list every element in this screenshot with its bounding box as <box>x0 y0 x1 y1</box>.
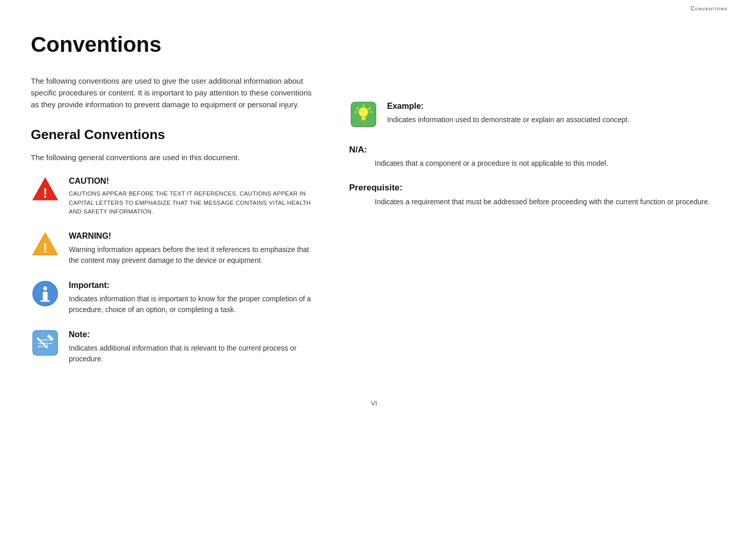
svg-text:!: ! <box>43 185 48 201</box>
example-body: Example: Indicates information used to d… <box>387 100 717 125</box>
warning-label: WARNING! <box>69 230 318 242</box>
warning-body: WARNING! Warning information appears bef… <box>69 230 318 266</box>
note-icon <box>31 329 60 357</box>
svg-rect-7 <box>41 300 50 302</box>
warning-icon: ! <box>31 230 60 259</box>
caution-body: CAUTION! CAUTIONS APPEAR BEFORE THE TEXT… <box>69 175 318 217</box>
warning-item: ! WARNING! Warning information appears b… <box>31 230 318 266</box>
general-conventions-title: General Conventions <box>31 125 318 145</box>
note-item: Note: Indicates additional information t… <box>31 329 318 364</box>
right-column: Example: Indicates information used to d… <box>349 28 717 378</box>
important-body: Important: Indicates information that is… <box>69 279 318 315</box>
important-label: Important: <box>69 279 318 292</box>
prereq-section: Prerequisite: Indicates a requirement th… <box>349 181 717 207</box>
svg-text:!: ! <box>43 240 48 256</box>
caution-desc: CAUTIONS APPEAR BEFORE THE TEXT IT REFER… <box>69 189 318 217</box>
example-desc: Indicates information used to demonstrat… <box>387 114 717 125</box>
na-section: N/A: Indicates that a component or a pro… <box>349 143 717 169</box>
example-label: Example: <box>387 100 717 112</box>
example-item: Example: Indicates information used to d… <box>349 100 717 129</box>
page-content: Conventions The following conventions ar… <box>0 13 748 399</box>
important-desc: Indicates information that is important … <box>69 294 318 315</box>
intro-text: The following conventions are used to gi… <box>31 75 318 111</box>
example-icon <box>349 100 378 129</box>
svg-rect-19 <box>361 119 365 120</box>
page-title: Conventions <box>31 28 318 61</box>
note-body: Note: Indicates additional information t… <box>69 329 318 364</box>
footer-page-number: VI <box>371 399 377 407</box>
caution-icon: ! <box>31 175 60 204</box>
important-item: Important: Indicates information that is… <box>31 279 318 315</box>
prereq-desc: Indicates a requirement that must be add… <box>349 197 717 207</box>
page-header: Conventions <box>0 0 748 13</box>
warning-desc: Warning information appears before the t… <box>69 244 318 266</box>
important-icon <box>31 279 60 308</box>
svg-rect-18 <box>361 117 366 119</box>
left-column: Conventions The following conventions ar… <box>31 28 318 378</box>
caution-item: ! CAUTION! CAUTIONS APPEAR BEFORE THE TE… <box>31 175 318 217</box>
general-conventions-desc: The following general conventions are us… <box>31 152 318 164</box>
page-footer: VI <box>0 398 748 417</box>
note-label: Note: <box>69 329 318 341</box>
header-text: Conventions <box>691 5 727 11</box>
na-label: N/A: <box>349 143 717 157</box>
svg-point-17 <box>359 107 369 117</box>
svg-rect-6 <box>43 292 47 300</box>
na-desc: Indicates that a component or a procedur… <box>349 158 717 169</box>
caution-label: CAUTION! <box>69 175 318 187</box>
note-desc: Indicates additional information that is… <box>69 343 318 364</box>
prereq-label: Prerequisite: <box>349 181 717 195</box>
svg-point-5 <box>43 286 47 290</box>
